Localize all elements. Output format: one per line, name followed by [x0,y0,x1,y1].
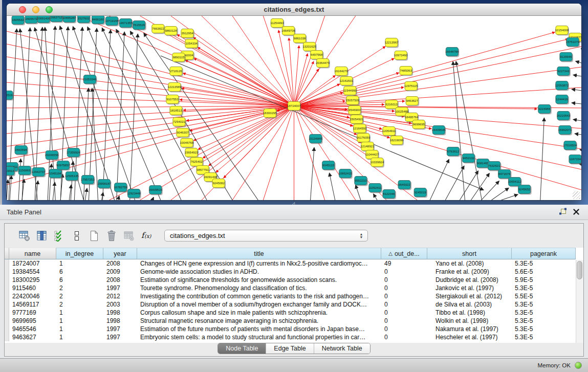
graph-node[interactable]: 15134845 [309,135,322,144]
graph-node[interactable]: 16782759 [114,183,127,193]
graph-node[interactable]: 17957253 [81,176,95,185]
table-cell[interactable]: 6 [56,268,103,276]
table-cell[interactable]: Nakamura et al. (1997) [427,325,512,333]
table-cell[interactable]: 0 [381,333,427,341]
graph-node[interactable]: 20206556 [45,151,59,161]
table-row[interactable]: 1456911722003Disruption of a novel membe… [5,300,583,309]
graph-node[interactable]: 9245082 [212,179,226,189]
column-header-name[interactable]: name [9,248,56,259]
table-cell[interactable]: Investigating the contribution of common… [137,292,381,300]
graph-node[interactable]: 16409515 [148,186,162,195]
tab-node-table[interactable]: Node Table [218,343,266,354]
graph-node[interactable]: 19958187 [97,180,111,189]
table-cell[interactable]: 5.9E-5 [512,276,576,284]
table-cell[interactable]: 1997 [103,325,137,333]
delete-icon[interactable] [105,229,118,243]
graph-node[interactable]: 9245652 [518,185,532,195]
window-resize-grip[interactable] [573,191,580,199]
graph-node[interactable]: 3912954 [181,29,194,39]
graph-node[interactable]: 10339924 [371,158,384,168]
graph-node[interactable]: 16409545 [432,126,446,136]
table-cell[interactable]: 5.5E-5 [512,292,576,300]
graph-node[interactable]: 10046768 [180,139,194,148]
table-cell[interactable]: 0 [381,300,427,309]
table-cell[interactable]: 2009 [103,268,137,276]
table-row[interactable]: 946362711997Embryonic stem cells: a mode… [5,333,583,341]
table-cell[interactable]: Embryonic stem cells: a model to study s… [137,333,381,341]
select-column-icon[interactable] [35,229,49,243]
vertical-scrollbar[interactable] [576,260,583,343]
table-cell[interactable]: 2008 [103,259,137,268]
table-cell[interactable]: 5.3E-5 [512,309,576,317]
graph-node[interactable]: 15751074 [566,38,580,48]
table-cell[interactable]: Tourette syndrome. Phenomenology and cla… [137,284,381,292]
table-row[interactable]: 969969511998Structural magnetic resonanc… [5,317,583,325]
network-canvas[interactable]: 1605532240557220691406166371210655287152… [7,16,581,200]
graph-node[interactable]: 1054334 [185,39,199,49]
tab-edge-table[interactable]: Edge Table [266,343,314,354]
column-header-short[interactable]: short [427,248,512,259]
column-header-out_de[interactable]: △out_de... [381,248,427,259]
table-cell[interactable]: Yano et al. (2008) [427,259,512,268]
table-cell[interactable]: 0 [381,276,427,284]
graph-node[interactable]: 1167334 [569,155,581,165]
graph-node[interactable]: 11092411 [368,184,382,193]
graph-node[interactable]: 2033519 [7,91,14,101]
table-cell[interactable]: 5.3E-5 [512,317,576,325]
table-cell[interactable]: 5.3E-5 [512,300,576,309]
graph-node[interactable]: 9107553 [166,95,180,105]
table-cell[interactable]: 1 [56,333,103,341]
table-cell[interactable]: 1 [56,259,103,268]
table-row[interactable]: 977716911998Corpus callosum shape and si… [5,309,583,317]
table-cell[interactable]: 1 [56,325,103,333]
graph-node[interactable]: 10973493 [394,51,408,61]
graph-node[interactable]: 9546900 [349,106,362,116]
table-cell[interactable]: Disruption of a novel member of a sodium… [137,300,381,309]
graph-node[interactable]: 7615526 [133,21,146,31]
graph-node[interactable]: 16219099 [390,136,404,146]
graph-node[interactable]: 1605532 [12,16,25,26]
graph-node[interactable]: 9890115 [172,53,186,63]
graph-node[interactable]: 15057509 [345,96,359,106]
graph-node[interactable]: 11254493 [270,19,284,29]
graph-node[interactable]: 3919913 [7,167,15,177]
column-header-pagerank[interactable]: pagerank [512,248,576,259]
new-document-icon[interactable] [88,229,101,243]
table-cell[interactable]: Dudbridge et al. (2008) [427,276,512,284]
column-header-year[interactable]: year [103,248,137,259]
table-cell[interactable]: Stergiakouli et al. (2012) [427,292,512,300]
table-selector-dropdown[interactable]: citations_edges.txt ▲▼ [164,230,368,242]
graph-node[interactable]: 12975115 [404,82,418,92]
table-cell[interactable]: 49 [381,259,427,268]
table-cell[interactable]: Estimation of significance thresholds fo… [137,276,381,284]
table-cell[interactable]: 1 [56,317,103,325]
table-settings-icon[interactable] [18,229,31,243]
window-titlebar[interactable]: citations_edges.txt [7,4,581,16]
graph-node[interactable]: 10154008 [555,26,569,36]
table-cell[interactable]: 5.3E-5 [512,333,576,341]
graph-node[interactable]: 15992071 [558,126,572,136]
table-row[interactable]: 1872400712008Changes of HCN gene express… [5,259,583,268]
float-panel-icon[interactable] [558,208,568,217]
table-cell[interactable]: Tibbo et al. (1998) [427,309,512,317]
table-cell[interactable]: 9699695 [9,317,56,325]
graph-node[interactable]: 7485063 [400,67,413,76]
table-cell[interactable]: 9463627 [9,333,56,341]
graph-node[interactable]: 1244419 [556,95,569,105]
graph-node[interactable]: 10862415 [338,169,352,179]
table-cell[interactable]: Changes of HCN gene expression and I(f) … [137,259,381,268]
table-cell[interactable]: 0 [381,309,427,317]
graph-node[interactable]: 16210643 [557,112,571,121]
table-cell[interactable]: 2 [56,300,103,309]
table-cell[interactable]: 2 [56,284,103,292]
table-row[interactable]: 1830029562008Estimation of significance … [5,276,583,284]
graph-node[interactable]: 9215955 [538,105,552,115]
table-cell[interactable]: 9777169 [9,309,56,317]
table-cell[interactable]: Jankovic et al. (1997) [427,284,512,292]
graph-node[interactable]: 9452102 [462,154,475,164]
table-row[interactable]: 1938455462009Genome-wide association stu… [5,268,583,276]
column-header-title[interactable]: title [137,248,381,259]
table-cell[interactable]: 1997 [103,284,137,292]
table-row[interactable]: 911546021997Tourette syndrome. Phenomeno… [5,284,583,292]
graph-node[interactable]: 9046307 [177,128,190,138]
